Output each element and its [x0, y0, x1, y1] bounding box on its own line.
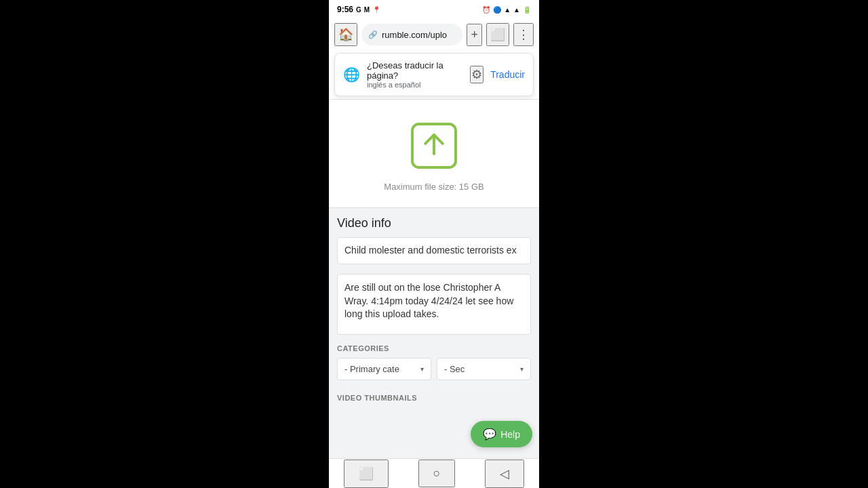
wifi-icon: ▲	[504, 6, 511, 14]
status-time: 9:56	[337, 5, 353, 14]
secondary-category-text: - Sec	[444, 364, 465, 374]
video-info-title: Video info	[337, 216, 531, 230]
translate-google-icon: 🌐	[343, 66, 360, 83]
signal-icon: ▲	[513, 6, 520, 14]
google-icon: G	[356, 6, 361, 14]
battery-icon: 🔋	[523, 6, 531, 14]
translate-sub-text: inglés a español	[367, 81, 463, 89]
translate-action-button[interactable]: Traducir	[490, 69, 525, 80]
translate-banner: 🌐 ¿Deseas traducir la página? inglés a e…	[334, 53, 534, 96]
secondary-category-chevron-icon: ▾	[520, 365, 524, 373]
translate-settings-button[interactable]: ⚙	[470, 66, 484, 83]
phone-frame: 9:56 G M 📍 ⏰ 🔵 ▲ ▲ 🔋 🏠 🔗 rumble.com/uplo…	[329, 0, 539, 488]
bluetooth-icon: 🔵	[493, 6, 501, 14]
secondary-category-select[interactable]: - Sec ▾	[437, 358, 531, 380]
nav-bar: ⬜ ○ ◁	[329, 458, 539, 488]
thumbnails-label: VIDEO THUMBNAILS	[337, 394, 531, 402]
site-icon: 🔗	[368, 30, 378, 39]
status-bar: 9:56 G M 📍 ⏰ 🔵 ▲ ▲ 🔋	[329, 0, 539, 19]
upload-max-size-text: Maximum file size: 15 GB	[384, 182, 484, 192]
help-button-label: Help	[500, 429, 520, 440]
video-title-input[interactable]	[337, 237, 531, 264]
browser-chrome: 🏠 🔗 rumble.com/uplo + ⬜ ⋮ 🌐 ¿Deseas trad…	[329, 19, 539, 100]
thumbnails-section: VIDEO THUMBNAILS	[329, 387, 539, 409]
categories-section: CATEGORIES - Primary cate ▾ - Sec ▾	[329, 344, 539, 387]
upload-icon-wrapper	[403, 115, 465, 176]
help-chat-icon: 💬	[483, 428, 496, 441]
address-bar[interactable]: 🔗 rumble.com/uplo	[361, 24, 462, 45]
status-bar-left: 9:56 G M 📍	[337, 5, 380, 14]
translate-text-block: ¿Deseas traducir la página? inglés a esp…	[367, 60, 463, 89]
categories-label: CATEGORIES	[337, 344, 531, 352]
menu-button[interactable]: ⋮	[513, 23, 534, 46]
home-button[interactable]: 🏠	[334, 23, 357, 46]
video-info-section: Video info	[329, 208, 539, 344]
primary-category-chevron-icon: ▾	[420, 365, 424, 373]
primary-category-select[interactable]: - Primary cate ▾	[337, 358, 431, 380]
translate-main-text: ¿Deseas traducir la página?	[367, 60, 463, 81]
video-description-input[interactable]	[337, 274, 531, 335]
browser-toolbar: 🏠 🔗 rumble.com/uplo + ⬜ ⋮	[329, 19, 539, 50]
help-button[interactable]: 💬 Help	[471, 421, 532, 447]
gmail-icon: M	[364, 6, 370, 14]
upload-icon	[407, 119, 461, 173]
recent-apps-button[interactable]: ⬜	[344, 460, 389, 488]
home-nav-button[interactable]: ○	[418, 460, 456, 487]
address-text: rumble.com/uplo	[382, 30, 447, 40]
primary-category-text: - Primary cate	[344, 364, 399, 374]
categories-row: - Primary cate ▾ - Sec ▾	[337, 358, 531, 380]
tabs-button[interactable]: ⬜	[486, 23, 509, 46]
alarm-icon: ⏰	[482, 6, 490, 14]
upload-area[interactable]: Maximum file size: 15 GB	[329, 100, 539, 208]
page-content[interactable]: Maximum file size: 15 GB Video info CATE…	[329, 100, 539, 458]
add-tab-button[interactable]: +	[467, 24, 482, 46]
back-button[interactable]: ◁	[485, 460, 524, 488]
location-icon: 📍	[372, 6, 380, 14]
status-bar-right: ⏰ 🔵 ▲ ▲ 🔋	[482, 6, 531, 14]
